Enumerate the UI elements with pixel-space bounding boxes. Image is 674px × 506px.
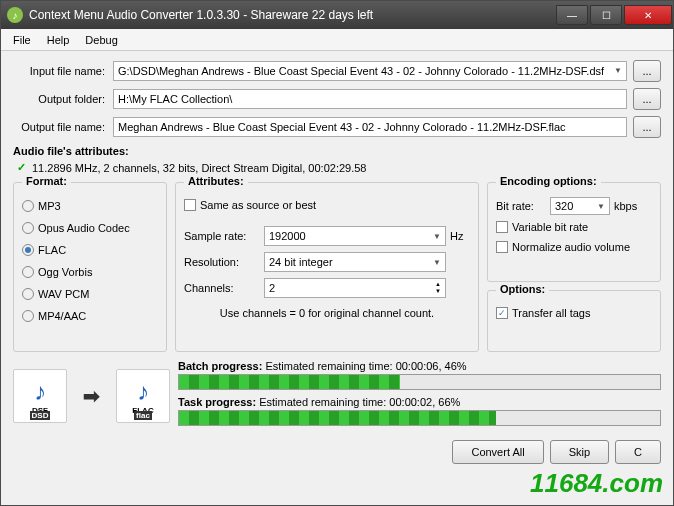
window-buttons: — ☐ ✕: [555, 5, 673, 25]
maximize-button[interactable]: ☐: [590, 5, 622, 25]
attributes-panel: Attributes: Same as source or best Sampl…: [175, 182, 479, 352]
audio-attrs-text: ✓ 11.2896 MHz, 2 channels, 32 bits, Dire…: [13, 161, 661, 174]
encoding-title: Encoding options:: [496, 175, 601, 187]
menu-help[interactable]: Help: [39, 32, 78, 48]
cancel-button[interactable]: C: [615, 440, 661, 464]
app-window: ♪ Context Menu Audio Converter 1.0.3.30 …: [0, 0, 674, 506]
skip-button[interactable]: Skip: [550, 440, 609, 464]
input-file-label: Input file name:: [13, 65, 113, 77]
titlebar-text: Context Menu Audio Converter 1.0.3.30 - …: [29, 8, 555, 22]
note-icon: ♪: [137, 378, 149, 406]
channels-spinner[interactable]: 2▲▼: [264, 278, 446, 298]
buttons-row: Convert All Skip C: [13, 440, 661, 464]
arrow-right-icon: ➡: [83, 384, 100, 408]
channels-note: Use channels = 0 for original channel co…: [184, 307, 470, 319]
app-icon: ♪: [7, 7, 23, 23]
chevron-down-icon: ▼: [433, 258, 441, 267]
checkbox-icon: [184, 199, 196, 211]
check-icon: ✓: [17, 161, 26, 174]
audio-attrs-title: Audio file's attributes:: [13, 145, 661, 157]
vbr-checkbox[interactable]: Variable bit rate: [496, 217, 652, 237]
format-opus[interactable]: Opus Audio Codec: [22, 217, 158, 239]
dest-format-icon: ♪ FLAC flac: [116, 369, 170, 423]
format-list: MP3 Opus Audio Codec FLAC Ogg Vorbis WAV…: [22, 195, 158, 327]
batch-progress-label: Batch progress: Estimated remaining time…: [178, 360, 661, 372]
chevron-down-icon: ▼: [614, 62, 622, 80]
output-folder-row: Output folder: H:\My FLAC Collection\ ..…: [13, 87, 661, 111]
output-name-field[interactable]: Meghan Andrews - Blue Coast Special Even…: [113, 117, 627, 137]
encoding-panel: Encoding options: Bit rate: 320▼ kbps Va…: [487, 182, 661, 282]
progress-area: Batch progress: Estimated remaining time…: [178, 360, 661, 432]
menu-debug[interactable]: Debug: [77, 32, 125, 48]
minimize-button[interactable]: —: [556, 5, 588, 25]
radio-icon: [22, 244, 34, 256]
transfer-tags-checkbox[interactable]: Transfer all tags: [496, 303, 652, 323]
radio-icon: [22, 200, 34, 212]
radio-icon: [22, 222, 34, 234]
options-title: Options:: [496, 283, 549, 295]
note-icon: ♪: [34, 378, 46, 406]
input-file-field[interactable]: G:\DSD\Meghan Andrews - Blue Coast Speci…: [113, 61, 627, 81]
menubar: File Help Debug: [1, 29, 673, 51]
spinner-icon: ▲▼: [435, 281, 441, 295]
task-progress-bar: [178, 410, 661, 426]
options-panel: Options: Transfer all tags: [487, 290, 661, 352]
output-name-label: Output file name:: [13, 121, 113, 133]
output-name-row: Output file name: Meghan Andrews - Blue …: [13, 115, 661, 139]
format-wav[interactable]: WAV PCM: [22, 283, 158, 305]
bitrate-select[interactable]: 320▼: [550, 197, 610, 215]
task-progress-label: Task progress: Estimated remaining time:…: [178, 396, 661, 408]
format-mp4[interactable]: MP4/AAC: [22, 305, 158, 327]
attributes-title: Attributes:: [184, 175, 248, 187]
checkbox-icon: [496, 241, 508, 253]
resolution-select[interactable]: 24 bit integer▼: [264, 252, 446, 272]
resolution-row: Resolution: 24 bit integer▼: [184, 249, 470, 275]
audio-attrs: Audio file's attributes: ✓ 11.2896 MHz, …: [13, 145, 661, 174]
radio-icon: [22, 266, 34, 278]
menu-file[interactable]: File: [5, 32, 39, 48]
checkbox-icon: [496, 307, 508, 319]
output-name-browse-button[interactable]: ...: [633, 116, 661, 138]
batch-progress-bar: [178, 374, 661, 390]
source-format-icon: ♪ DSF DSD: [13, 369, 67, 423]
format-ogg[interactable]: Ogg Vorbis: [22, 261, 158, 283]
channels-row: Channels: 2▲▼: [184, 275, 470, 301]
output-folder-label: Output folder:: [13, 93, 113, 105]
output-folder-field[interactable]: H:\My FLAC Collection\: [113, 89, 627, 109]
output-folder-browse-button[interactable]: ...: [633, 88, 661, 110]
close-button[interactable]: ✕: [624, 5, 672, 25]
bitrate-row: Bit rate: 320▼ kbps: [496, 195, 652, 217]
sample-rate-select[interactable]: 192000▼: [264, 226, 446, 246]
format-flac[interactable]: FLAC: [22, 239, 158, 261]
convert-all-button[interactable]: Convert All: [452, 440, 543, 464]
format-title: Format:: [22, 175, 71, 187]
same-as-source-checkbox[interactable]: Same as source or best: [184, 195, 470, 215]
titlebar: ♪ Context Menu Audio Converter 1.0.3.30 …: [1, 1, 673, 29]
batch-progress-fill: [179, 375, 400, 389]
radio-icon: [22, 288, 34, 300]
radio-icon: [22, 310, 34, 322]
chevron-down-icon: ▼: [597, 202, 605, 211]
bottom-row: ♪ DSF DSD ➡ ♪ FLAC flac Batch progress: …: [13, 360, 661, 432]
middle-panels: Format: MP3 Opus Audio Codec FLAC Ogg Vo…: [13, 182, 661, 352]
checkbox-icon: [496, 221, 508, 233]
content: Input file name: G:\DSD\Meghan Andrews -…: [1, 51, 673, 505]
normalize-checkbox[interactable]: Normalize audio volume: [496, 237, 652, 257]
task-progress-fill: [179, 411, 496, 425]
input-browse-button[interactable]: ...: [633, 60, 661, 82]
format-panel: Format: MP3 Opus Audio Codec FLAC Ogg Vo…: [13, 182, 167, 352]
format-mp3[interactable]: MP3: [22, 195, 158, 217]
right-column: Encoding options: Bit rate: 320▼ kbps Va…: [487, 182, 661, 352]
sample-rate-row: Sample rate: 192000▼ Hz: [184, 223, 470, 249]
chevron-down-icon: ▼: [433, 232, 441, 241]
input-file-row: Input file name: G:\DSD\Meghan Andrews -…: [13, 59, 661, 83]
